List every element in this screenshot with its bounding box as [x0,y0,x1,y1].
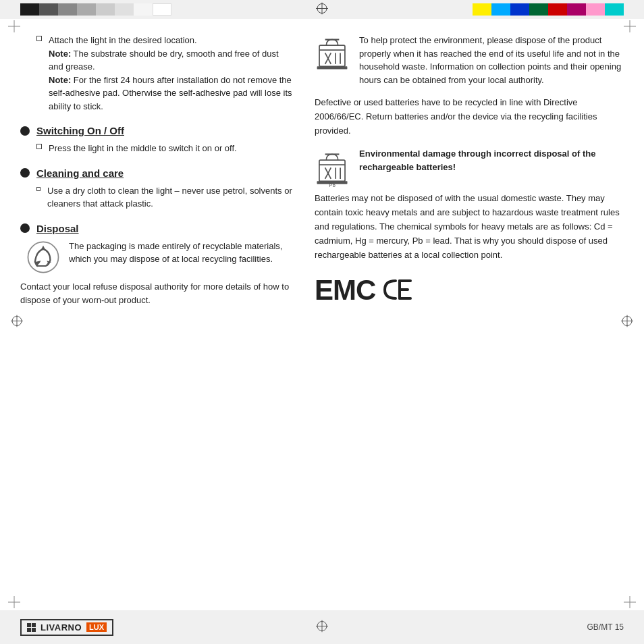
color-white [153,3,171,16]
recycle-icon [26,240,59,273]
corner-crosshair-br [624,596,636,610]
weee-icon [315,34,350,69]
contact-text: Contact your local refuse disposal autho… [20,280,294,308]
color-cyan [491,3,510,16]
bullet-square [36,36,42,41]
env-damage-row: Pb Environmental damage through incorrec… [315,147,624,182]
svg-text:Pb: Pb [329,182,336,188]
intro-list-item: Attach the light in the desired location… [36,34,294,113]
cleaning-text: Use a dry cloth to clean the light – nev… [47,184,294,211]
switching-list-item: Press the light in the middle to switch … [36,142,294,155]
corner-crosshair-tl [8,20,20,34]
bullet-square-switching [36,144,42,149]
color-red [548,3,567,16]
page-number: GB/MT 15 [587,622,624,632]
color-gray [58,3,77,16]
footer-logo: LIVARNO LUX [20,619,113,636]
env-text: To help protect the environment, please … [359,34,624,86]
crosshair-top-center [316,3,328,17]
crosshair-bottom-center [316,620,328,635]
bullet-circle-switching [20,126,30,136]
battery-recycle-text: Defective or used batteries have to be r… [315,96,624,138]
switching-section-heading: Switching On / Off [20,125,294,136]
warning-title-text: Environmental damage through incorrect d… [359,147,624,173]
battery-disposal-icon: Pb [315,147,350,182]
color-dark-gray [39,3,58,16]
logo-grid-cell [27,623,31,627]
disposal-recycle-text: The packaging is made entirely of recycl… [69,240,294,266]
cleaning-section-heading: Cleaning and care [20,167,294,179]
svg-rect-18 [319,45,345,66]
env-icon-row: To help protect the environment, please … [315,34,624,86]
ce-label [381,275,414,308]
color-lighter-gray [115,3,134,16]
bottom-bar: LIVARNO LUX GB/MT 15 [0,610,644,644]
bullet-circle-cleaning [20,168,30,178]
color-green [529,3,548,16]
svg-rect-25 [317,66,348,69]
logo-grid-cell [32,623,36,627]
disposal-title: Disposal [36,223,79,234]
corner-crosshair-bl [8,596,20,610]
color-magenta [567,3,586,16]
logo-grid-icon [27,623,36,632]
intro-text: Attach the light in the desired location… [49,34,294,113]
cleaning-title: Cleaning and care [36,167,124,179]
disposal-icon-row: The packaging is made entirely of recycl… [26,240,294,273]
color-yellow [473,3,491,16]
emc-label: EMC [315,274,375,306]
color-teal [605,3,624,16]
color-near-white [134,3,153,16]
disposal-section-heading: Disposal [20,223,294,234]
color-blue [510,3,529,16]
corner-crosshair-tr [624,20,636,34]
color-light-gray [96,3,115,16]
bullet-small-square-cleaning [36,187,41,191]
color-blocks-left [20,3,171,16]
logo-lux-text: LUX [86,622,107,632]
cleaning-list-item: Use a dry cloth to clean the light – nev… [36,184,294,211]
logo-livarno-text: LIVARNO [41,622,82,633]
logo-grid-cell [27,628,31,632]
switching-title: Switching On / Off [36,125,124,136]
svg-rect-26 [319,161,345,182]
color-mid-gray [77,3,96,16]
logo-grid-cell [32,628,36,632]
right-column: To help protect the environment, please … [315,27,624,607]
color-pink [586,3,605,16]
emc-row: EMC [315,271,624,308]
warning-body-text: Batteries may not be disposed of with th… [315,192,624,262]
bullet-circle-disposal [20,223,30,233]
switching-text: Press the light in the middle to switch … [49,142,237,155]
left-column: Attach the light in the desired location… [20,27,294,607]
color-blocks-right [473,3,624,16]
main-content: Attach the light in the desired location… [20,27,624,607]
top-color-bar [0,0,644,19]
color-black [20,3,39,16]
